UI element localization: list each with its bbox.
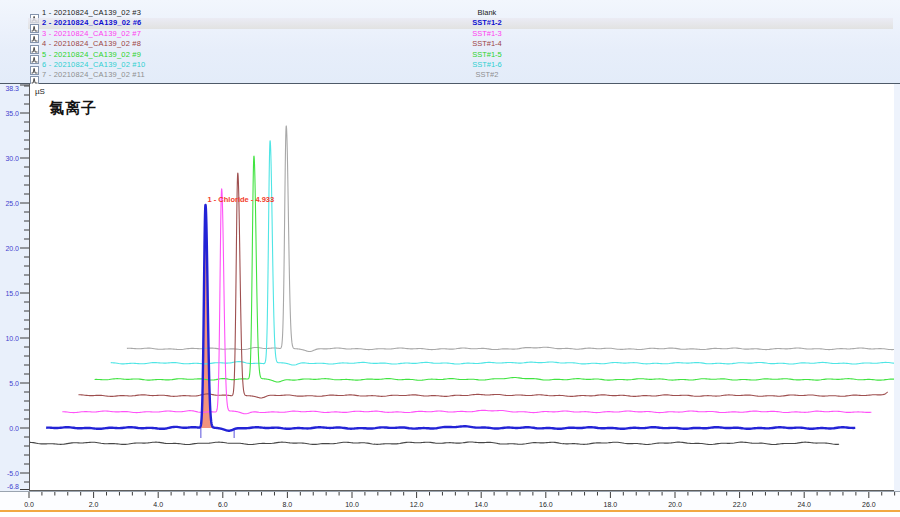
peak-annotation: 1 - Chloride - 4.933 [207,195,274,204]
svg-text:15.0: 15.0 [5,290,19,297]
sample-name: SST#1-5 [427,50,547,60]
injection-name: 5 - 20210824_CA139_02 #9 [42,50,141,60]
svg-text:10.0: 10.0 [5,335,19,342]
svg-text:24.0: 24.0 [797,501,811,508]
sample-name: SST#1-6 [427,60,547,70]
svg-text:10.0: 10.0 [345,501,359,508]
svg-text:35.0: 35.0 [5,110,19,117]
svg-text:6.0: 6.0 [218,501,228,508]
svg-text:2.0: 2.0 [89,501,99,508]
legend-row[interactable]: 6 - 20210824_CA139_02 #10 SST#1-6 [0,60,900,70]
injection-name: 2 - 20210824_CA139_02 #6 [42,18,141,28]
svg-text:18.0: 18.0 [604,501,618,508]
chromatogram-traces[interactable] [30,84,894,490]
svg-text:0.0: 0.0 [9,425,19,432]
svg-text:0.0: 0.0 [24,501,34,508]
x-axis-ticks: 0.02.04.06.08.010.012.014.016.018.020.02… [0,492,900,511]
legend-row[interactable]: 4 - 20210824_CA139_02 #8 SST#1-4 [0,39,900,49]
sample-name: SST#1-2 [427,18,547,28]
svg-text:8.0: 8.0 [283,501,293,508]
y-axis-ruler[interactable]: -5.00.05.010.015.020.025.030.035.038.3-6… [0,84,29,491]
svg-text:-6.8: -6.8 [7,483,19,490]
svg-text:20.0: 20.0 [668,501,682,508]
bottom-accent-line [0,510,900,512]
plot-title: 氯离子 [49,99,97,118]
svg-text:30.0: 30.0 [5,155,19,162]
legend-row[interactable]: 7 - 20210824_CA139_02 #11 SST#2 [0,70,900,80]
svg-text:26.0: 26.0 [862,501,876,508]
injection-legend: 1 - 20210824_CA139_02 #3 Blank 2 - 20210… [0,0,900,84]
right-margin-strip [894,84,900,491]
svg-text:25.0: 25.0 [5,200,19,207]
svg-text:20.0: 20.0 [5,245,19,252]
sample-name: SST#1-3 [427,29,547,39]
legend-row[interactable]: 1 - 20210824_CA139_02 #3 Blank [0,8,900,18]
injection-name: 4 - 20210824_CA139_02 #8 [42,39,141,49]
svg-text:-5.0: -5.0 [7,470,19,477]
svg-text:22.0: 22.0 [733,501,747,508]
injection-name: 1 - 20210824_CA139_02 #3 [42,8,141,18]
injection-name: 6 - 20210824_CA139_02 #10 [42,60,145,70]
svg-text:14.0: 14.0 [474,501,488,508]
sample-name: SST#2 [427,70,547,80]
injection-name: 3 - 20210824_CA139_02 #7 [42,29,141,39]
svg-text:38.3: 38.3 [5,85,19,92]
injection-name: 7 - 20210824_CA139_02 #11 [42,70,145,80]
sample-name: Blank [427,8,547,18]
chromatogram-window: 1 - 20210824_CA139_02 #3 Blank 2 - 20210… [0,0,900,517]
legend-row[interactable]: 5 - 20210824_CA139_02 #9 SST#1-5 [0,50,900,60]
legend-row[interactable]: 2 - 20210824_CA139_02 #6 SST#1-2 [0,18,900,28]
legend-row[interactable]: 3 - 20210824_CA139_02 #7 SST#1-3 [0,29,900,39]
chromatogram-plot[interactable]: µS 氯离子 1 - Chloride - 4.933 [29,84,895,491]
y-axis-ticks: -5.00.05.010.015.020.025.030.035.038.3-6… [0,84,29,491]
sample-name: SST#1-4 [427,39,547,49]
svg-text:4.0: 4.0 [153,501,163,508]
svg-text:16.0: 16.0 [539,501,553,508]
x-axis-ruler[interactable]: 0.02.04.06.08.010.012.014.016.018.020.02… [0,491,900,511]
svg-text:12.0: 12.0 [410,501,424,508]
y-axis-unit-label: µS [35,87,45,96]
svg-text:5.0: 5.0 [9,380,19,387]
